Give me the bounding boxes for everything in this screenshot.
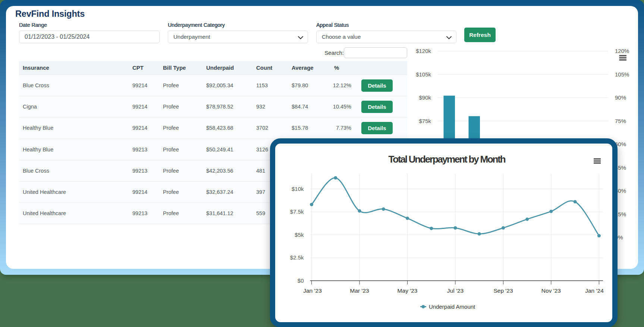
svg-text:May '23: May '23 [398, 287, 418, 294]
svg-text:$2.5k: $2.5k [290, 254, 304, 261]
svg-text:Mar '23: Mar '23 [350, 287, 369, 294]
svg-text:90%: 90% [615, 94, 626, 101]
svg-text:$120k: $120k [416, 48, 431, 54]
svg-text:Jan '23: Jan '23 [303, 287, 322, 294]
svg-text:$105k: $105k [416, 71, 431, 78]
svg-text:$5k: $5k [295, 232, 304, 238]
svg-text:$90k: $90k [419, 94, 431, 101]
svg-text:$7.5k: $7.5k [290, 208, 304, 215]
svg-text:$0: $0 [298, 277, 304, 284]
svg-text:$10k: $10k [292, 186, 304, 192]
svg-text:Nov '23: Nov '23 [541, 287, 561, 294]
svg-text:120%: 120% [615, 48, 629, 54]
svg-text:Underpaid Amount: Underpaid Amount [429, 304, 475, 310]
svg-text:Jul '23: Jul '23 [447, 287, 464, 294]
svg-text:$75k: $75k [419, 118, 431, 124]
svg-text:Jan '24: Jan '24 [585, 287, 604, 294]
svg-text:75%: 75% [615, 118, 626, 124]
svg-text:105%: 105% [615, 71, 629, 78]
svg-text:Sep '23: Sep '23 [493, 287, 513, 294]
